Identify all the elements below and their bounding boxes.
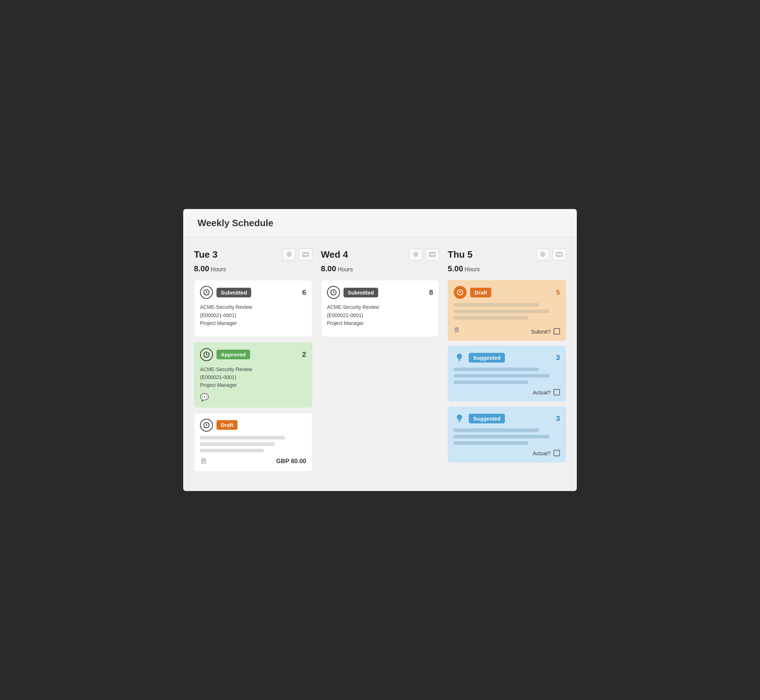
day-header-wed: Wed 4 [321, 248, 439, 261]
card-count-wed-1: 8 [429, 288, 433, 297]
actual-checkbox-thu-1[interactable] [554, 389, 560, 395]
skeleton-s2-3 [454, 441, 528, 445]
card-header-left-draft: Draft [200, 419, 237, 431]
card-footer-draft-tue: 🖹 GBP 80.00 [200, 457, 306, 466]
day-header-thu: Thu 5 [448, 248, 566, 261]
submit-label-thu: Submit? [531, 328, 551, 334]
skeleton-group-thu-draft [454, 303, 560, 320]
card-footer-draft-thu: 🗑 Submit? [454, 325, 560, 334]
card-header-approved-tue: Approved 2 [200, 348, 306, 361]
card-header-left: Submitted [200, 286, 251, 299]
day-hours-wed: 8.00Hours [321, 264, 439, 273]
card-info-tue-2: ACME-Security Review (E000021-0001) Proj… [200, 366, 306, 389]
svg-rect-4 [302, 252, 309, 256]
badge-submitted-wed-1: Submitted [343, 288, 378, 297]
card-header-suggested-1-thu: Suggested 3 [454, 352, 560, 363]
skeleton-s1-2 [454, 374, 549, 378]
skeleton-thu-2 [454, 309, 549, 313]
day-icons-wed [409, 248, 439, 261]
day-column-tue: Tue 3 8.00Hours [194, 248, 312, 477]
card-footer-approved: 💬 [200, 393, 306, 402]
money-icon-tue[interactable] [299, 248, 312, 261]
svg-point-8 [204, 294, 205, 295]
svg-point-16 [417, 254, 417, 255]
trash-icon-thu[interactable]: 🗑 [454, 326, 460, 334]
day-label-tue: Tue 3 [194, 249, 218, 260]
page-title: Weekly Schedule [198, 217, 562, 229]
card-header-draft-tue: Draft [200, 419, 306, 431]
card-header-left-suggested-2: Suggested [454, 412, 505, 424]
card-header-suggested-2-thu: Suggested 3 [454, 412, 560, 424]
comment-icon-tue[interactable]: 💬 [200, 393, 209, 402]
thu-card-suggested-1: Suggested 3 Actual? [448, 346, 566, 402]
badge-approved-tue: Approved [217, 350, 250, 359]
actual-area-thu-1: Actual? [454, 389, 560, 395]
card-header-left-draft-thu: Draft [454, 286, 491, 299]
card-info-tue-1: ACME-Security Review (E000021-0001) Proj… [200, 303, 306, 327]
svg-point-2 [289, 254, 289, 255]
day-label-thu: Thu 5 [448, 249, 472, 260]
card-count-thu-1: 5 [556, 288, 560, 297]
skeleton-3 [200, 449, 264, 452]
day-icons-thu [536, 248, 566, 261]
page-header: Weekly Schedule [183, 209, 577, 238]
schedule-body: Tue 3 8.00Hours [183, 238, 577, 491]
chat-icon-thu[interactable] [536, 248, 549, 261]
card-header-left-wed: Submitted [327, 286, 378, 299]
tue-card-approved: Approved 2 ACME-Security Review (E000021… [194, 342, 312, 408]
page-container: Weekly Schedule Tue 3 [183, 209, 577, 491]
svg-point-15 [416, 254, 417, 255]
badge-suggested-thu-2: Suggested [469, 414, 505, 423]
skeleton-group-thu-suggested-1 [454, 367, 560, 384]
card-count-thu-3: 3 [556, 414, 560, 423]
clock-icon-tue-2 [200, 348, 213, 361]
skeleton-group-tue-draft [200, 436, 306, 452]
actual-area-thu-2: Actual? [454, 450, 560, 456]
submit-area-thu: Submit? [531, 328, 560, 334]
file-icon-tue: 🖹 [200, 457, 207, 466]
money-icon-thu[interactable] [552, 248, 566, 261]
clock-icon-thu-1 [454, 286, 467, 299]
money-icon-wed[interactable] [426, 248, 439, 261]
badge-submitted-tue-1: Submitted [217, 288, 251, 297]
clock-icon-wed-1 [327, 286, 340, 299]
card-header-left-approved: Approved [200, 348, 250, 361]
clock-icon-tue-3 [200, 419, 213, 431]
svg-rect-31 [458, 360, 461, 360]
thu-card-suggested-2: Suggested 3 Actual? [448, 406, 566, 462]
card-header-draft-thu: Draft 5 [454, 286, 560, 299]
svg-point-10 [204, 356, 205, 357]
day-icons-tue [282, 248, 312, 261]
svg-rect-17 [429, 252, 435, 256]
skeleton-1 [200, 436, 285, 439]
badge-suggested-thu-1: Suggested [469, 353, 505, 362]
svg-point-25 [543, 254, 544, 255]
svg-point-14 [415, 254, 415, 255]
svg-point-3 [289, 254, 290, 255]
actual-label-thu-2: Actual? [533, 450, 551, 456]
chat-icon-wed[interactable] [409, 248, 423, 261]
chat-icon-tue[interactable] [282, 248, 296, 261]
card-info-wed-1: ACME-Security Review (E000021-0001) Proj… [327, 303, 433, 327]
svg-rect-34 [459, 422, 461, 422]
lightbulb-icon-thu-2 [454, 412, 465, 424]
day-column-wed: Wed 4 8.00Hours [321, 248, 439, 477]
day-hours-tue: 8.00Hours [194, 264, 312, 273]
lightbulb-icon-thu-1 [454, 352, 465, 363]
actual-label-thu-1: Actual? [533, 389, 551, 395]
svg-point-12 [204, 426, 205, 427]
skeleton-2 [200, 442, 275, 446]
actual-checkbox-thu-2[interactable] [554, 450, 560, 456]
thu-card-draft: Draft 5 🗑 Submit? [448, 280, 566, 341]
submit-checkbox-thu[interactable] [554, 328, 560, 334]
tue-card-draft: Draft 🖹 GBP 80.00 [194, 412, 312, 472]
wed-card-submitted: Submitted 8 ACME-Security Review (E00002… [321, 280, 439, 337]
badge-draft-thu: Draft [470, 288, 491, 297]
skeleton-s1-1 [454, 367, 538, 371]
skeleton-s2-1 [454, 428, 538, 432]
clock-icon-tue-1 [200, 286, 213, 299]
skeleton-thu-1 [454, 303, 538, 307]
gbp-value-tue: GBP 80.00 [276, 458, 306, 465]
skeleton-s1-3 [454, 380, 528, 384]
skeleton-group-thu-suggested-2 [454, 428, 560, 445]
